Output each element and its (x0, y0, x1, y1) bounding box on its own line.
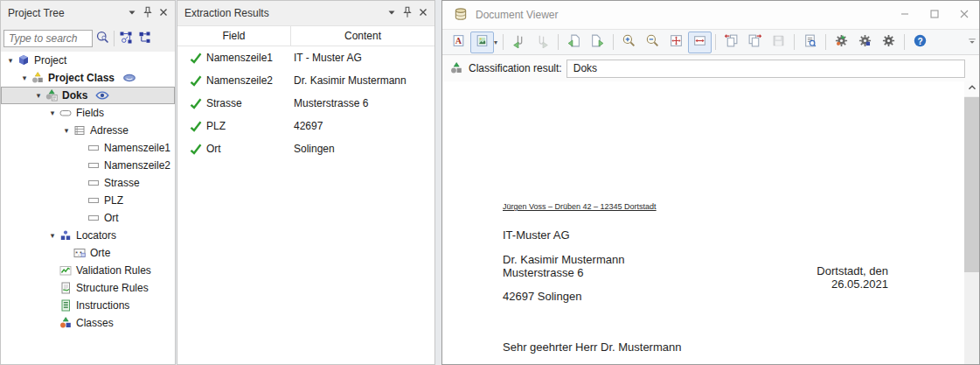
tree-item-orte[interactable]: *.*Orte (1, 244, 175, 262)
image-view-icon (475, 33, 490, 51)
tree-view-button[interactable] (136, 30, 155, 47)
pin-panel-button[interactable] (140, 5, 156, 21)
tree-item-namenszeile1[interactable]: Namenszeile1 (1, 139, 175, 157)
expander-icon[interactable]: ▾ (60, 126, 73, 135)
tree-item-label: Ort (104, 212, 119, 224)
extraction-row-namenszeile2[interactable]: Namenszeile2Dr. Kasimir Mustermann (177, 69, 434, 92)
letter-recipient-name: Dr. Kasimir Mustermann (503, 253, 624, 266)
scroll-up-button[interactable] (964, 81, 979, 96)
panel-menu-button[interactable] (384, 5, 400, 21)
recognize-button[interactable] (798, 32, 822, 53)
image-view-button[interactable] (470, 32, 494, 53)
document-viewer-titlebar: Document Viewer (442, 1, 979, 30)
extraction-row-namenszeile1[interactable]: Namenszeile1IT - Muster AG (177, 46, 434, 69)
verify-gear-button[interactable] (853, 32, 877, 53)
tree-item-adresse[interactable]: ▾Adresse (1, 122, 175, 139)
toolbar-overflow-button[interactable] (967, 33, 977, 51)
settings-gear-button[interactable] (877, 32, 900, 53)
locator-icon: *.* (73, 246, 87, 260)
tree-item-ort[interactable]: Ort (1, 209, 175, 227)
dropdown-arrow-icon[interactable]: ▾ (494, 39, 497, 46)
close-panel-button[interactable] (156, 5, 171, 21)
toolbar-separator (825, 34, 826, 50)
classification-result-field[interactable]: Doks (566, 60, 965, 78)
panel-menu-button[interactable] (124, 5, 140, 21)
check-icon (189, 142, 203, 156)
import-pages-button[interactable] (719, 32, 743, 53)
column-header-field[interactable]: Field (177, 26, 291, 46)
close-icon (957, 7, 971, 24)
extraction-row-plz[interactable]: PLZ42697 (177, 115, 434, 137)
help-button[interactable]: ? (908, 32, 932, 53)
tree-item-doks[interactable]: ▾Doks (1, 87, 175, 104)
tree-item-namenszeile2[interactable]: Namenszeile2 (1, 157, 175, 174)
scrollbar-thumb[interactable] (964, 97, 979, 272)
expander-icon[interactable]: ▾ (46, 109, 59, 117)
classify-gear-button[interactable] (830, 32, 853, 53)
text-view-button[interactable]: A (447, 32, 470, 53)
tree-item-plz[interactable]: PLZ (1, 192, 175, 209)
previous-document-icon (511, 33, 526, 51)
next-page-icon (590, 33, 605, 51)
text-view-icon: A (451, 33, 466, 51)
fields-icon (59, 106, 73, 120)
close-window-button[interactable] (949, 3, 979, 27)
tree-item-fields[interactable]: ▾Fields (1, 104, 175, 122)
close-panel-button[interactable] (415, 5, 431, 21)
zoom-in-button[interactable] (617, 32, 641, 53)
field-icon (87, 211, 101, 225)
column-header-content[interactable]: Content (291, 26, 434, 46)
search-button[interactable] (93, 30, 112, 47)
document-viewer-icon (453, 6, 469, 25)
expander-icon[interactable]: ▾ (18, 74, 31, 82)
diagram-view-icon (119, 31, 133, 47)
previous-document-button[interactable] (507, 32, 531, 53)
zoom-out-button[interactable] (641, 32, 664, 53)
toolbar-separator (613, 34, 614, 50)
minimize-button[interactable] (890, 3, 920, 27)
vertical-scrollbar[interactable] (964, 81, 979, 364)
search-icon (95, 30, 110, 47)
tree-item-project[interactable]: ▾Project (1, 52, 175, 69)
tree-item-label: PLZ (104, 194, 123, 207)
fit-page-icon (669, 33, 684, 51)
tree-item-label: Adresse (90, 124, 129, 137)
expander-icon[interactable]: ▾ (4, 56, 17, 65)
tree-item-structure-rules[interactable]: Structure Rules (1, 279, 175, 297)
fit-page-button[interactable] (664, 32, 688, 53)
check-icon (189, 74, 203, 88)
document-page[interactable]: Jürgen Voss – Drüben 42 – 12345 Dortstad… (442, 81, 979, 364)
export-pages-button[interactable] (743, 32, 767, 53)
help-icon: ? (913, 33, 928, 51)
extraction-row-ort[interactable]: OrtSolingen (177, 137, 434, 160)
toolbar-separator (794, 34, 795, 50)
instructions-icon (59, 298, 73, 312)
letter-sender-line: Jürgen Voss – Drüben 42 – 12345 Dortstad… (503, 202, 657, 211)
classification-label: Classification result: (469, 62, 562, 74)
tree-item-classes[interactable]: Classes (1, 314, 175, 332)
tree-item-locators[interactable]: ▾Locators (1, 227, 175, 244)
tree-item-strasse[interactable]: Strasse (1, 174, 175, 192)
extraction-row-strasse[interactable]: StrasseMusterstrasse 6 (177, 92, 434, 115)
overflow-icon (967, 36, 977, 49)
expander-icon[interactable]: ▾ (46, 231, 59, 240)
field-name: Strasse (206, 97, 242, 109)
previous-page-button[interactable] (562, 32, 586, 53)
project-tree-panel-header: Project Tree (1, 1, 175, 25)
maximize-button[interactable] (920, 3, 949, 27)
next-page-button[interactable] (586, 32, 609, 53)
diagram-view-button[interactable] (116, 30, 136, 47)
search-input[interactable] (3, 30, 93, 47)
tree-item-label: Project (34, 54, 66, 67)
fit-width-button[interactable] (688, 32, 712, 53)
tree-item-validation-rules[interactable]: Validation Rules (1, 262, 175, 279)
tree-item-label: Instructions (76, 299, 129, 312)
tree-item-project-class[interactable]: ▾Project Class (1, 69, 175, 87)
next-document-button[interactable] (531, 32, 554, 53)
save-button[interactable] (767, 32, 790, 53)
expander-icon[interactable]: ▾ (32, 91, 45, 100)
svg-text:A: A (455, 36, 462, 46)
pin-panel-button[interactable] (400, 5, 415, 21)
results-table-body: Namenszeile1IT - Muster AGNamenszeile2Dr… (177, 46, 434, 160)
tree-item-instructions[interactable]: Instructions (1, 297, 175, 314)
